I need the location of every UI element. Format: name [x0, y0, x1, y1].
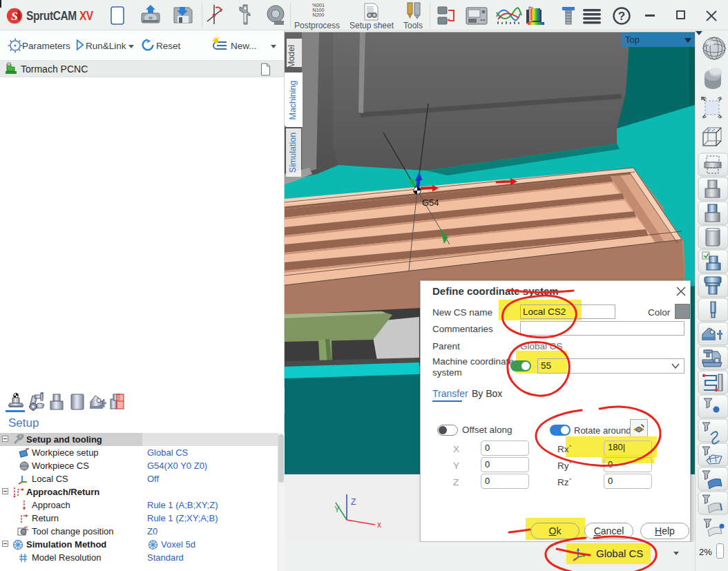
- svg-text:G54: G54: [422, 197, 439, 208]
- svg-text:Top: Top: [625, 35, 640, 45]
- svg-text:?: ?: [618, 10, 625, 23]
- svg-text:S: S: [11, 10, 18, 23]
- svg-text:x: x: [377, 520, 381, 530]
- svg-text:Z: Z: [351, 497, 356, 507]
- svg-text:Y: Y: [334, 505, 340, 514]
